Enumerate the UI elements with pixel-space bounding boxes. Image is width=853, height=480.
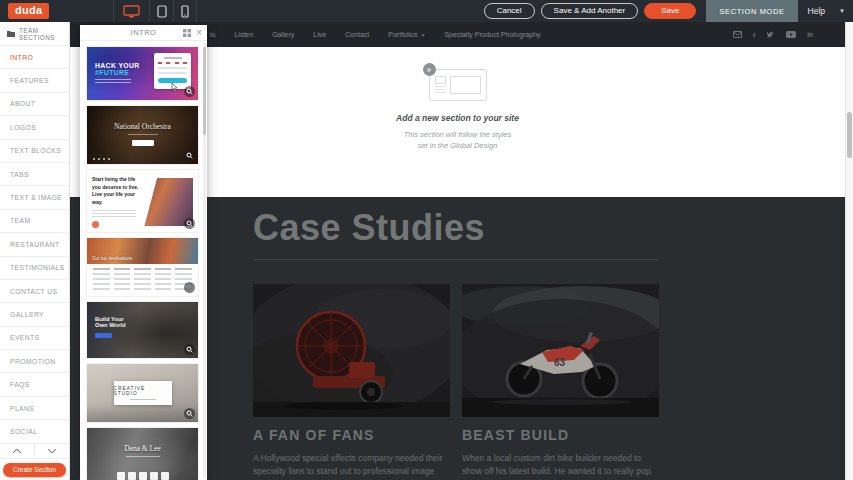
sidebar-item-testimonials[interactable]: TESTIMONIALS <box>0 257 69 280</box>
fan-cart-image <box>253 284 450 417</box>
sidebar-item-intro[interactable]: INTRO <box>0 46 69 69</box>
sidebar-item-promotion[interactable]: PROMOTION <box>0 350 69 373</box>
help-menu[interactable]: Help ▼ <box>808 6 845 16</box>
site-social-icons: f in <box>733 22 813 47</box>
sidebar-item-restaurant[interactable]: RESTAURANT <box>0 233 69 256</box>
magnify-icon[interactable] <box>184 408 195 419</box>
scroll-down-button[interactable] <box>35 444 69 458</box>
grid-view-icon[interactable] <box>183 29 191 37</box>
case-title: BEAST BUILD <box>462 427 659 443</box>
desktop-view-button[interactable] <box>113 0 149 22</box>
sidebar-scroll-controls <box>0 444 69 459</box>
sidebar-item-contact-us[interactable]: CONTACT US <box>0 280 69 303</box>
add-badge-icon <box>423 63 436 76</box>
twitter-icon[interactable] <box>766 31 775 39</box>
scroll-up-button[interactable] <box>0 444 35 458</box>
cancel-button[interactable]: Cancel <box>484 3 535 19</box>
panel-scrollbar[interactable] <box>203 43 206 478</box>
case-study-card: 63 BEAST BUILD When a local custom dirt … <box>462 284 659 480</box>
chevron-down-icon: ▼ <box>839 8 845 14</box>
duda-logo[interactable]: duda <box>8 3 49 19</box>
youtube-icon[interactable] <box>786 31 796 38</box>
sidebar-item-text-and-image[interactable]: TEXT & IMAGE <box>0 186 69 209</box>
case-text: A Hollywood special effects company need… <box>253 452 450 480</box>
thumb-title: Our top destinations <box>92 256 132 261</box>
nav-item-clipped[interactable]: io <box>210 31 215 38</box>
sidebar-item-plans[interactable]: PLANS <box>0 397 69 420</box>
nav-item-listen[interactable]: Listen <box>234 31 253 38</box>
magnify-icon[interactable] <box>184 344 195 355</box>
svg-text:63: 63 <box>554 357 566 368</box>
sidebar-item-tabs[interactable]: TABS <box>0 163 69 186</box>
linkedin-icon[interactable]: in <box>807 31 813 38</box>
close-icon[interactable]: × <box>196 28 202 38</box>
magnify-icon[interactable] <box>184 218 195 229</box>
template-thumbnail-national-orchestra[interactable]: National Orchestra <box>87 106 198 164</box>
help-label: Help <box>808 6 825 16</box>
placeholder-title: Add a new section to your site <box>396 113 519 123</box>
thumb-cta-button <box>132 140 154 146</box>
thumb-title: Own World <box>95 322 126 328</box>
panel-scrollbar-thumb[interactable] <box>203 47 206 135</box>
magnify-icon[interactable] <box>184 150 195 161</box>
thumb-title-accent: #FUTURE <box>95 69 140 76</box>
sidebar-item-about[interactable]: ABOUT <box>0 93 69 116</box>
nav-item-portfolios[interactable]: Portfolios▼ <box>388 31 425 38</box>
site-nav-items: io Listen Gallery Live Contact Portfolio… <box>210 31 560 38</box>
save-add-another-button[interactable]: Save & Add Another <box>541 3 639 19</box>
sidebar-item-logos[interactable]: LOGOS <box>0 116 69 139</box>
case-text: When a local custom dirt bike builder ne… <box>462 452 659 480</box>
sidebar-item-gallery[interactable]: GALLERY <box>0 303 69 326</box>
section-heading: Case Studies <box>253 207 845 249</box>
template-thumbnail-creative-studio[interactable]: CREATIVE STUDIO <box>87 364 198 422</box>
nav-item-live[interactable]: Live <box>313 31 326 38</box>
tablet-icon <box>157 5 167 18</box>
template-thumbnail-live-your-way[interactable]: Start living the life you deserve to liv… <box>87 170 198 232</box>
sidebar-header: TEAM SECTIONS <box>0 22 69 46</box>
destinations-photo: Our top destinations <box>87 238 198 264</box>
template-thumbnail-hack-your-future[interactable]: HACK YOUR #FUTURE <box>87 47 198 100</box>
nav-item-specialty-product-photography[interactable]: Specialty Product Photography <box>444 31 540 38</box>
facebook-icon[interactable]: f <box>753 31 755 39</box>
case-study-card: A FAN OF FANS A Hollywood special effect… <box>253 284 450 480</box>
destinations-table <box>87 264 198 296</box>
template-thumbnail-top-destinations[interactable]: Our top destinations <box>87 238 198 296</box>
thumb-title: Dana & Lee <box>87 444 198 453</box>
section-mode-badge: SECTION MODE <box>706 0 797 22</box>
thumb-title: HACK YOUR <box>95 62 140 69</box>
page-scrollbar[interactable] <box>845 22 853 480</box>
nav-item-gallery[interactable]: Gallery <box>272 31 294 38</box>
thumb-title: National Orchestra <box>87 122 198 131</box>
dirt-bike-image: 63 <box>462 284 659 417</box>
thumb-cta-button <box>95 333 112 338</box>
mobile-icon <box>181 5 189 18</box>
device-switcher <box>113 0 197 22</box>
sidebar-item-text-blocks[interactable]: TEXT BLOCKS <box>0 140 69 163</box>
magnify-icon[interactable] <box>184 282 195 293</box>
create-section-button[interactable]: Create Section <box>3 463 66 477</box>
tablet-view-button[interactable] <box>149 0 173 22</box>
mobile-view-button[interactable] <box>173 0 197 22</box>
email-icon[interactable] <box>733 31 742 38</box>
template-thumbnail-build-your-own-world[interactable]: Build Your Own World <box>87 302 198 358</box>
magnify-icon[interactable] <box>184 86 195 97</box>
nav-item-contact[interactable]: Contact <box>345 31 369 38</box>
panel-header: INTRO × <box>80 25 207 41</box>
form-submit-button <box>158 78 187 83</box>
create-section-area: Create Section <box>0 459 69 480</box>
chevron-up-icon <box>13 449 21 453</box>
sidebar-item-social[interactable]: SOCIAL <box>0 420 69 443</box>
sidebar-item-events[interactable]: EVENTS <box>0 327 69 350</box>
template-thumbnail-dana-and-lee[interactable]: Dana & Lee <box>87 428 198 480</box>
save-button[interactable]: Save <box>644 3 696 19</box>
sidebar-item-features[interactable]: FEATURES <box>0 69 69 92</box>
placeholder-subtitle: This section will follow the styles set … <box>404 129 512 152</box>
studio-card: CREATIVE STUDIO <box>114 381 172 405</box>
sections-sidebar: TEAM SECTIONS INTRO FEATURES ABOUT LOGOS… <box>0 22 70 480</box>
heading-divider <box>253 259 659 260</box>
scrollbar-thumb[interactable] <box>847 112 852 158</box>
thumb-title: Start living the life you deserve to liv… <box>92 176 140 206</box>
sidebar-item-faqs[interactable]: FAQS <box>0 373 69 396</box>
sidebar-item-team[interactable]: TEAM <box>0 210 69 233</box>
sidebar-item-list: INTRO FEATURES ABOUT LOGOS TEXT BLOCKS T… <box>0 46 69 444</box>
